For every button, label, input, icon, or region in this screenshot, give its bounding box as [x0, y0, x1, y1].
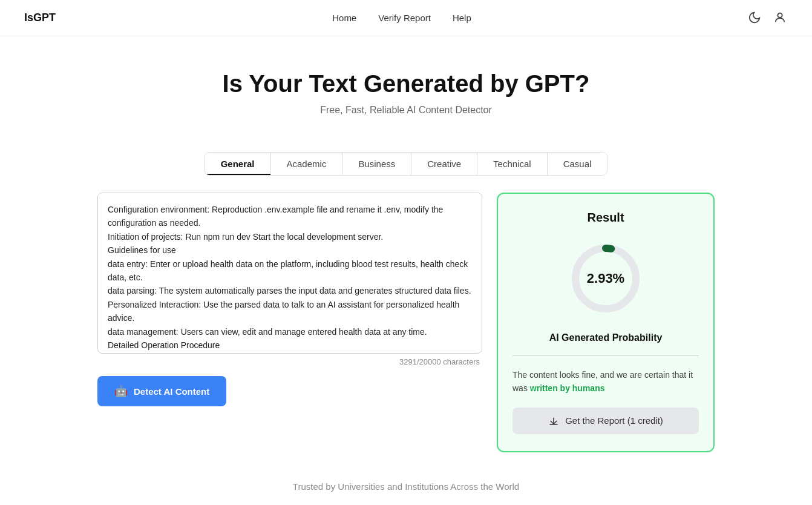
report-button-label: Get the Report (1 credit)	[565, 415, 663, 426]
nav-verify-report[interactable]: Verify Report	[378, 13, 431, 23]
tab-general[interactable]: General	[205, 153, 271, 175]
tab-technical[interactable]: Technical	[477, 153, 548, 175]
textarea-section: 3291/20000 characters 🤖 Detect AI Conten…	[97, 193, 482, 452]
svg-rect-3	[549, 424, 558, 425]
detect-ai-button[interactable]: 🤖 Detect AI Content	[97, 376, 226, 406]
result-title: Result	[587, 211, 624, 225]
ai-prob-label: AI Generated Probability	[549, 332, 663, 343]
svg-point-0	[778, 13, 782, 17]
tabs-container: General Academic Business Creative Techn…	[205, 152, 608, 176]
input-textarea[interactable]	[98, 193, 482, 351]
nav-home[interactable]: Home	[332, 13, 356, 23]
dark-mode-icon[interactable]	[748, 11, 762, 25]
donut-chart: 2.93%	[566, 239, 645, 318]
tab-academic[interactable]: Academic	[271, 153, 343, 175]
nav: Home Verify Report Help	[332, 13, 471, 23]
hero-section: Is Your Text Generated by GPT? Free, Fas…	[0, 36, 812, 135]
result-description: The content looks fine, and we are certa…	[512, 368, 699, 395]
download-icon	[548, 415, 559, 426]
tab-creative[interactable]: Creative	[411, 153, 477, 175]
logo: IsGPT	[24, 12, 56, 24]
result-panel: Result 2.93% AI Generated Probability Th…	[497, 193, 715, 452]
hero-title: Is Your Text Generated by GPT?	[12, 70, 800, 97]
detect-button-label: Detect AI Content	[134, 386, 209, 397]
main-content: 3291/20000 characters 🤖 Detect AI Conten…	[73, 193, 739, 452]
char-count: 3291/20000 characters	[97, 357, 482, 366]
header: IsGPT Home Verify Report Help	[0, 0, 812, 36]
tabs-wrapper: General Academic Business Creative Techn…	[0, 152, 812, 176]
donut-percentage: 2.93%	[587, 271, 624, 286]
nav-help[interactable]: Help	[453, 13, 471, 23]
tab-business[interactable]: Business	[342, 153, 411, 175]
text-area-container	[97, 193, 482, 354]
detect-icon: 🤖	[114, 385, 128, 398]
user-icon[interactable]	[773, 11, 788, 25]
tab-casual[interactable]: Casual	[548, 153, 607, 175]
footer-text: Trusted by Universities and Institutions…	[0, 452, 812, 505]
divider	[512, 355, 699, 356]
result-desc-highlight: written by humans	[530, 383, 605, 393]
hero-subtitle: Free, Fast, Reliable AI Content Detector	[12, 105, 800, 116]
get-report-button[interactable]: Get the Report (1 credit)	[512, 408, 699, 434]
header-icons	[748, 11, 788, 25]
